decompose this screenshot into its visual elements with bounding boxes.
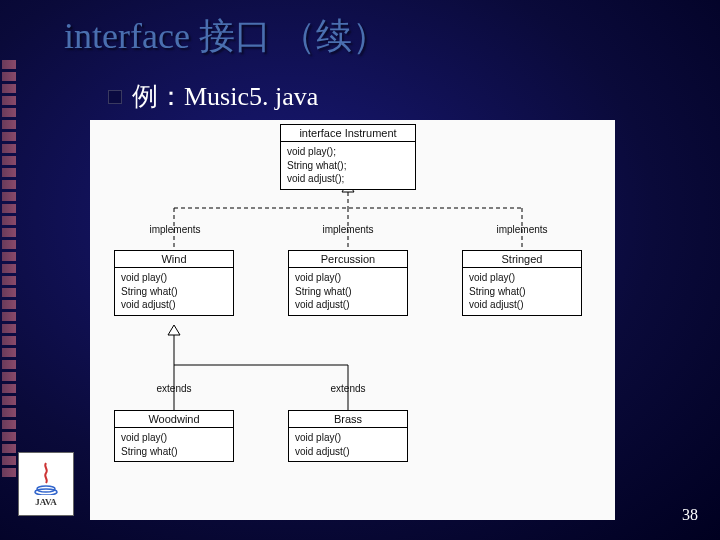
edge-extends-1: extends (320, 383, 376, 394)
java-logo-text: JAVA (35, 497, 57, 507)
class-stringed: Stringed void play() String what() void … (462, 250, 582, 316)
example-label: 例：Music5. java (132, 79, 318, 114)
class-brass-body: void play() void adjust() (289, 428, 407, 461)
class-woodwind-title: Woodwind (115, 411, 233, 428)
edge-implements-1: implements (313, 224, 383, 235)
class-stringed-title: Stringed (463, 251, 581, 268)
interface-box: interface Instrument void play(); String… (280, 124, 416, 190)
decorative-left-bar (2, 60, 16, 480)
uml-diagram: interface Instrument void play(); String… (90, 120, 615, 520)
edge-implements-0: implements (140, 224, 210, 235)
class-wind: Wind void play() String what() void adju… (114, 250, 234, 316)
interface-title: interface Instrument (281, 125, 415, 142)
bullet-icon (108, 90, 122, 104)
page-number: 38 (682, 506, 698, 524)
class-brass: Brass void play() void adjust() (288, 410, 408, 462)
class-brass-title: Brass (289, 411, 407, 428)
slide-title: interface 接口 （续） (0, 0, 720, 61)
class-percussion-title: Percussion (289, 251, 407, 268)
example-row: 例：Music5. java (108, 79, 720, 114)
class-wind-body: void play() String what() void adjust() (115, 268, 233, 315)
class-wind-title: Wind (115, 251, 233, 268)
java-logo: JAVA (18, 452, 74, 516)
class-percussion: Percussion void play() String what() voi… (288, 250, 408, 316)
svg-marker-6 (168, 325, 180, 335)
edge-implements-2: implements (487, 224, 557, 235)
edge-extends-0: extends (146, 383, 202, 394)
class-stringed-body: void play() String what() void adjust() (463, 268, 581, 315)
coffee-cup-icon (31, 461, 61, 495)
interface-body: void play(); String what(); void adjust(… (281, 142, 415, 189)
class-woodwind: Woodwind void play() String what() (114, 410, 234, 462)
class-percussion-body: void play() String what() void adjust() (289, 268, 407, 315)
class-woodwind-body: void play() String what() (115, 428, 233, 461)
